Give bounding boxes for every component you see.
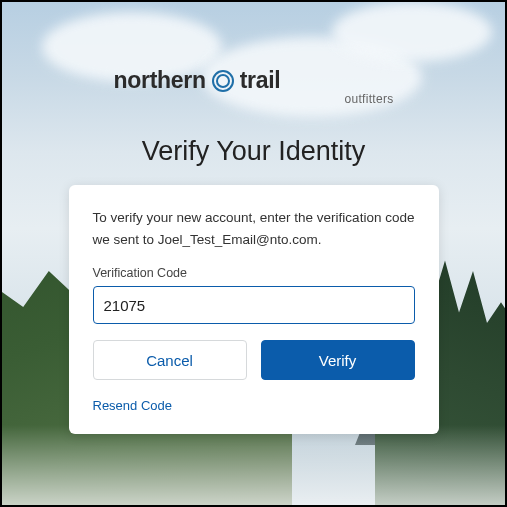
content-area: northern trail outfitters Verify Your Id… <box>2 2 505 434</box>
instruction-text: To verify your new account, enter the ve… <box>93 207 415 250</box>
verify-card: To verify your new account, enter the ve… <box>69 185 439 434</box>
app-frame: northern trail outfitters Verify Your Id… <box>0 0 507 507</box>
brand-word-2: trail <box>240 67 281 94</box>
cancel-button[interactable]: Cancel <box>93 340 247 380</box>
background-mist <box>2 425 505 505</box>
verification-code-input[interactable] <box>93 286 415 324</box>
brand-word-1: northern <box>114 67 206 94</box>
brand-block: northern trail outfitters <box>114 67 394 106</box>
instruction-email: Joel_Test_Email@nto.com <box>158 232 318 247</box>
brand-logo: northern trail <box>114 67 394 94</box>
brand-tagline: outfitters <box>194 92 394 106</box>
verify-button[interactable]: Verify <box>261 340 415 380</box>
instruction-suffix: . <box>318 232 322 247</box>
resend-code-link[interactable]: Resend Code <box>93 398 173 413</box>
compass-icon <box>212 70 234 92</box>
button-row: Cancel Verify <box>93 340 415 380</box>
page-title: Verify Your Identity <box>142 136 366 167</box>
code-label: Verification Code <box>93 266 415 280</box>
